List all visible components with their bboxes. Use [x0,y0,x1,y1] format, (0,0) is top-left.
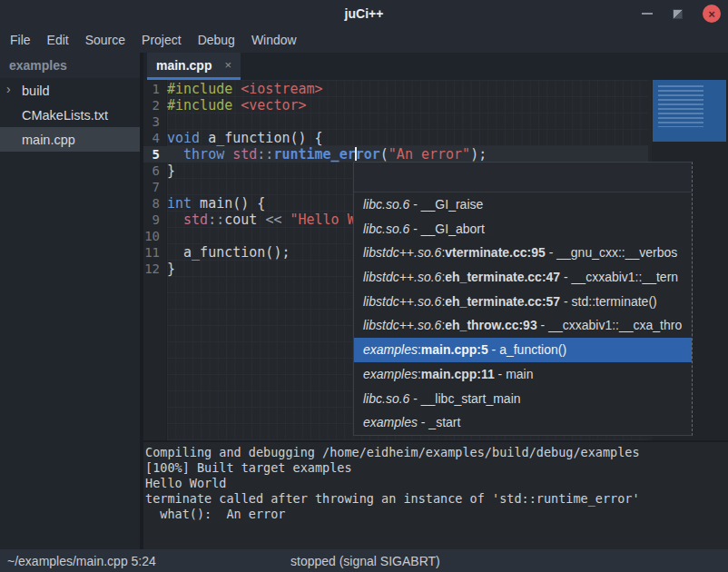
backtrace-segment: vterminate.cc:95 [445,245,546,260]
close-icon: × [708,8,715,20]
file-tree: ›buildCMakeLists.txtmain.cpp [0,78,140,152]
backtrace-segment: libstdc++.so.6 [363,245,441,260]
backtrace-segment: examples [363,342,418,357]
backtrace-segment: - __gnu_cxx::__verbos [546,245,678,260]
code-token: cout [224,212,265,228]
backtrace-item[interactable]: libstdc++.so.6:eh_terminate.cc:57 - std:… [354,290,692,314]
code-line[interactable]: 1#include <iostream> [143,81,648,97]
tree-item-main-cpp[interactable]: main.cpp [0,127,140,152]
code-token: ror [356,146,380,163]
backtrace-segment: - a_function() [488,342,566,357]
chevron-right-icon[interactable]: › [6,82,11,96]
code-token: void [167,130,200,146]
code-token: #include [167,81,232,97]
line-number: 4 [143,130,165,146]
menubar: FileEditSourceProjectDebugWindow [0,27,728,53]
code-token: std [232,146,257,163]
code-line[interactable]: 3 [143,113,648,130]
backtrace-item[interactable]: libc.so.6 - __GI_abort [354,217,692,242]
code-token: ); [470,146,487,163]
minimap-viewport[interactable] [653,80,726,142]
code-token: <vector> [241,97,306,113]
line-number: 8 [143,195,165,212]
backtrace-item[interactable]: examples - _start [354,410,692,435]
code-token: a_function(); [167,244,290,261]
line-number: 3 [143,113,165,130]
tab-strip: main.cpp× [143,53,728,80]
backtrace-segment: libc.so.6 [363,391,409,406]
code-text: } [167,261,175,277]
code-token: <iostream> [241,81,322,97]
backtrace-item[interactable]: examples:main.cpp:5 - a_function() [354,338,692,362]
code-text: } [167,163,175,179]
menu-item-file[interactable]: File [2,33,39,47]
line-number: 12 [143,261,165,277]
code-token [167,212,183,228]
backtrace-segment: examples [363,415,418,429]
code-token [232,97,241,113]
backtrace-item[interactable]: examples:main.cpp:11 - main [354,362,692,387]
backtrace-segment: main.cpp:11 [421,367,495,381]
code-line[interactable]: 4void a_function() { [143,130,648,146]
menu-item-edit[interactable]: Edit [39,33,77,47]
code-token [232,81,241,97]
terminal-output[interactable]: Compiling and debugging /home/eidheim/ex… [143,440,728,549]
tree-item-label: build [22,84,50,98]
code-token: main() { [192,195,265,212]
backtrace-segment: main.cpp:5 [421,342,488,357]
backtrace-segment: - __cxxabiv1::__cxa_thro [537,318,683,332]
backtrace-item[interactable]: libc.so.6 - __libc_start_main [354,387,692,411]
maximize-button[interactable] [673,9,683,19]
code-token: ( [380,146,389,163]
code-text: throw std::runtime_error("An error"); [167,146,487,163]
code-line[interactable]: 5 throw std::runtime_error("An error"); [143,146,648,163]
minimize-button[interactable] [642,13,653,15]
line-number: 10 [143,228,165,244]
code-token: runtime_er [273,146,355,163]
backtrace-item[interactable]: libstdc++.so.6:vterminate.cc:95 - __gnu_… [354,241,692,265]
backtrace-segment: - __GI_raise [409,197,483,212]
backtrace-item[interactable]: libstdc++.so.6:eh_throw.cc:93 - __cxxabi… [354,313,692,338]
backtrace-segment: - std::terminate() [560,294,657,309]
line-number: 2 [143,97,165,113]
terminal-line: Compiling and debugging /home/eidheim/ex… [145,445,726,460]
backtrace-segment: eh_throw.cc:93 [445,318,536,332]
terminal-line: [100%] Built target examples [145,460,726,476]
code-token: } [167,163,175,179]
menu-item-source[interactable]: Source [77,33,133,47]
backtrace-segment: - __libc_start_main [409,391,520,406]
backtrace-item[interactable]: libc.so.6 - __GI_raise [354,192,692,217]
tree-item-build[interactable]: ›build [0,78,140,103]
code-token: "An error" [389,146,470,163]
close-button[interactable]: × [703,5,721,23]
code-text: int main() { [167,195,265,212]
code-token: a_function() { [200,130,322,146]
code-text: #include <vector> [167,97,307,113]
terminal-line: what(): An error [145,507,726,522]
tree-item-cmakelists-txt[interactable]: CMakeLists.txt [0,103,140,127]
backtrace-segment: libstdc++.so.6 [363,270,441,284]
file-tree-sidebar: examples ›buildCMakeLists.txtmain.cpp [0,53,143,549]
code-line[interactable]: 2#include <vector> [143,97,648,113]
content-column: main.cpp× 1#include <iostream>2#include … [143,53,728,549]
code-token [167,146,183,163]
backtrace-segment: libstdc++.so.6 [363,294,441,309]
line-number: 6 [143,163,165,179]
tab-main-cpp[interactable]: main.cpp× [147,53,241,80]
code-text: #include <iostream> [167,81,323,97]
code-token: } [167,261,175,277]
menu-item-project[interactable]: Project [133,33,190,47]
backtrace-segment: eh_terminate.cc:47 [445,270,560,284]
backtrace-item[interactable]: libstdc++.so.6:eh_terminate.cc:47 - __cx… [354,265,692,290]
line-number: 7 [143,179,165,195]
status-bar: ~/examples/main.cpp 5:24 stopped (signal… [0,549,728,572]
tree-item-label: CMakeLists.txt [22,108,108,123]
menu-item-window[interactable]: Window [243,33,305,47]
line-number: 5 [143,146,165,163]
code-token: << [265,212,281,228]
code-text: a_function(); [167,244,290,261]
code-editor[interactable]: 1#include <iostream>2#include <vector>34… [143,80,728,440]
code-text: void a_function() { [167,130,323,146]
menu-item-debug[interactable]: Debug [190,33,243,47]
close-tab-icon[interactable]: × [224,58,231,72]
